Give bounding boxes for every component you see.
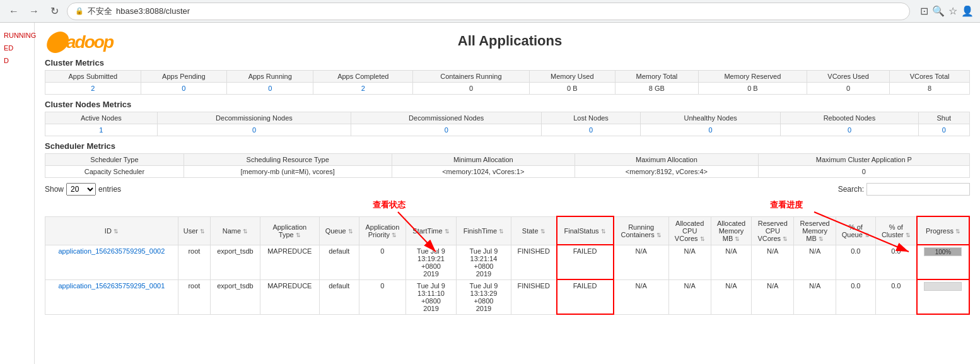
table-row: application_1562635759295_0001rootexport… [45,279,970,314]
val-max-alloc: <memory:8192, vCores:4> [575,166,759,178]
apps-submitted-link[interactable]: 2 [91,85,95,92]
sort-pct-queue-icon[interactable]: ⇅ [865,232,870,238]
cell-running-containers: N/A [614,245,668,279]
sort-alloc-cpu-icon[interactable]: ⇅ [700,236,705,242]
url-text: hbase3:8088/cluster [116,6,190,16]
val-apps-pending: 0 [141,83,226,95]
sort-user-icon[interactable]: ⇅ [200,228,205,235]
entries-select[interactable]: 20 50 100 [66,183,96,196]
cell-pct-queue: 0.0 [836,279,875,314]
app-id-link[interactable]: application_1562635759295_0002 [58,247,165,255]
sort-state-icon[interactable]: ⇅ [540,228,545,235]
apps-running-link[interactable]: 0 [268,85,272,92]
cell-queue: default [319,245,359,279]
cell-name: export_tsdb [211,279,260,314]
val-memory-used: 0 B [529,83,615,95]
decommissioned-link[interactable]: 0 [445,126,448,134]
hadoop-logo: ⬤adoop [45,29,113,53]
table-row: application_1562635759295_0002rootexport… [45,245,970,279]
col-max-alloc: Maximum Allocation [575,154,759,166]
val-vcores-total: 8 [890,83,970,95]
search-input[interactable] [866,183,970,196]
page-content: RUNNING ED D ⬤adoop All Applications Clu… [0,23,980,364]
profile-icon[interactable]: 👤 [961,5,974,17]
cell-final-status: FAILED [557,279,614,314]
sort-reserved-mem-icon[interactable]: ⇅ [819,236,824,242]
val-decommissioned-nodes: 0 [351,124,542,136]
sort-finishtime-icon[interactable]: ⇅ [499,228,504,235]
col-min-alloc: Minimum Allocation [392,154,575,166]
cell-reserved-cpu: N/A [752,245,794,279]
col-apps-submitted: Apps Submitted [45,71,141,83]
show-entries: Show 20 50 100 entries [45,183,121,196]
back-button[interactable]: ← [6,4,21,19]
decommissioning-link[interactable]: 0 [252,126,256,134]
val-active-nodes: 1 [45,124,158,136]
security-icon: 🔒 [75,7,84,15]
sidebar-item-running[interactable]: RUNNING [0,29,34,42]
col-running-containers: RunningContainers ⇅ [614,216,668,245]
cell-final-status: FAILED [557,245,614,279]
col-pct-queue: % ofQueue ⇅ [836,216,875,245]
cell-name: export_tsdb [211,245,260,279]
sort-id-icon[interactable]: ⇅ [114,228,119,235]
apps-pending-link[interactable]: 0 [182,85,185,92]
cell-alloc-cpu: N/A [668,279,711,314]
sort-queue-icon[interactable]: ⇅ [348,228,353,235]
col-app-priority: ApplicationPriority ⇅ [359,216,405,245]
forward-button[interactable]: → [26,4,42,19]
cell-start-time: Tue Jul 913:19:21+08002019 [406,245,457,279]
col-alloc-mem: AllocatedMemoryMB ⇅ [711,216,751,245]
cell-user: root [178,245,210,279]
col-active-nodes: Active Nodes [45,112,158,124]
bookmark-icon[interactable]: ☆ [948,5,957,17]
check-progress-annotation: 查看进度 [770,199,803,211]
apps-completed-link[interactable]: 2 [361,85,365,92]
page-title: All Applications [113,33,907,49]
val-max-cluster-app: 0 [758,166,969,178]
shut-link[interactable]: 0 [942,126,946,134]
scheduler-metrics-table: Scheduler Type Scheduling Resource Type … [45,153,970,178]
cluster-metrics-header: Cluster Metrics [45,58,970,68]
rebooted-link[interactable]: 0 [848,126,851,134]
address-bar[interactable]: 🔒 不安全 hbase3:8088/cluster [67,3,910,20]
col-finish-time: FinishTime ⇅ [456,216,511,245]
sidebar-item-d[interactable]: D [0,54,34,67]
browser-chrome: ← → ↻ 🔒 不安全 hbase3:8088/cluster ⊡ 🔍 ☆ 👤 [0,0,980,23]
sort-pct-cluster-icon[interactable]: ⇅ [906,232,911,238]
col-lost-nodes: Lost Nodes [542,112,641,124]
app-id-link[interactable]: application_1562635759295_0001 [58,282,165,290]
unhealthy-link[interactable]: 0 [709,126,713,134]
sidebar-item-ed[interactable]: ED [0,42,34,54]
cell-priority: 0 [359,245,405,279]
refresh-button[interactable]: ↻ [47,4,62,19]
sort-type-icon[interactable]: ⇅ [296,232,301,238]
col-containers-running: Containers Running [413,71,529,83]
cell-alloc-cpu: N/A [668,245,711,279]
val-containers-running: 0 [413,83,529,95]
sort-name-icon[interactable]: ⇅ [243,228,248,235]
active-nodes-link[interactable]: 1 [99,126,103,134]
sort-starttime-icon[interactable]: ⇅ [445,228,450,235]
cluster-metrics-table: Apps Submitted Apps Pending Apps Running… [45,70,970,95]
col-queue: Queue ⇅ [319,216,359,245]
cell-reserved-mem: N/A [794,279,836,314]
col-pct-cluster: % ofCluster ⇅ [875,216,917,245]
lost-nodes-link[interactable]: 0 [589,126,593,134]
cast-icon[interactable]: ⊡ [920,5,928,17]
sidebar: RUNNING ED D [0,23,35,364]
cell-state: FINISHED [511,279,556,314]
zoom-icon[interactable]: 🔍 [932,5,945,17]
val-unhealthy-nodes: 0 [640,124,780,136]
cell-pct-queue: 0.0 [836,245,875,279]
col-id: ID ⇅ [45,216,178,245]
sort-alloc-mem-icon[interactable]: ⇅ [735,236,740,242]
show-label: Show [45,185,64,194]
sort-reserved-cpu-icon[interactable]: ⇅ [783,236,788,242]
sort-progress-icon[interactable]: ⇅ [955,228,960,235]
val-apps-completed: 2 [313,83,413,95]
sort-containers-icon[interactable]: ⇅ [656,232,662,238]
val-apps-submitted: 2 [45,83,141,95]
sort-priority-icon[interactable]: ⇅ [392,232,397,238]
sort-finalstatus-icon[interactable]: ⇅ [601,228,606,235]
